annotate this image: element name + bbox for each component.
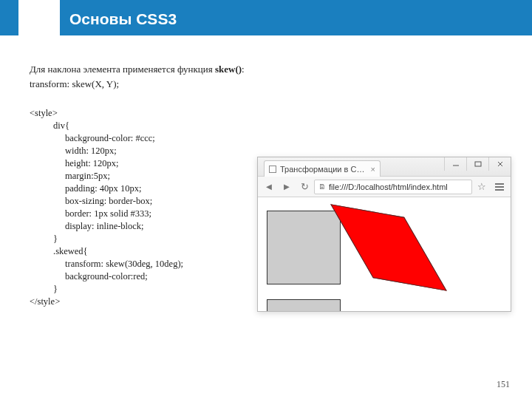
browser-titlebar: Трансформации в CSS3 × xyxy=(258,157,511,177)
forward-button[interactable]: ► xyxy=(279,180,295,194)
page-icon xyxy=(269,166,276,173)
intro-func: skew() xyxy=(215,64,242,75)
browser-window: Трансформации в CSS3 × ◄ ► ↻ 🗎 file:///D… xyxy=(257,157,511,312)
back-button[interactable]: ◄ xyxy=(261,180,277,194)
slide-title: Основы CSS3 xyxy=(69,10,177,28)
demo-box xyxy=(267,299,341,311)
browser-viewport xyxy=(258,197,511,311)
browser-address-bar: ◄ ► ↻ 🗎 file:///D:/localhost/html/index.… xyxy=(258,177,511,197)
example-line: transform: skew(X, Y); xyxy=(30,78,502,90)
demo-box xyxy=(267,211,341,284)
svg-rect-1 xyxy=(475,162,481,166)
bookmark-button[interactable]: ☆ xyxy=(474,180,490,194)
close-tab-icon[interactable]: × xyxy=(371,165,375,174)
page-number: 151 xyxy=(497,379,510,390)
code-prop: width: 120px; xyxy=(30,146,502,157)
reload-button[interactable]: ↻ xyxy=(296,180,313,194)
header-accent-block xyxy=(18,0,60,35)
code-prop: background-color: #ccc; xyxy=(30,133,502,144)
url-text: file:///D:/localhost/html/index.html xyxy=(329,183,448,191)
menu-button[interactable] xyxy=(491,180,508,194)
file-icon: 🗎 xyxy=(318,183,326,191)
header-underline xyxy=(0,31,532,35)
intro-prefix: Для наклона элемента применяется функция xyxy=(30,64,215,75)
window-close-button[interactable] xyxy=(488,157,511,171)
code-sel-div: div{ xyxy=(30,120,502,132)
window-minimize-button[interactable] xyxy=(444,157,466,171)
code-style-open: <style> xyxy=(30,108,502,119)
browser-tab[interactable]: Трансформации в CSS3 × xyxy=(264,160,381,177)
intro-text: Для наклона элемента применяется функция… xyxy=(30,64,502,75)
tab-title: Трансформации в CSS3 xyxy=(280,165,368,174)
demo-box-skewed xyxy=(330,204,447,291)
url-input[interactable]: 🗎 file:///D:/localhost/html/index.html xyxy=(314,180,472,194)
intro-suffix: : xyxy=(242,64,245,75)
window-maximize-button[interactable] xyxy=(466,157,488,171)
